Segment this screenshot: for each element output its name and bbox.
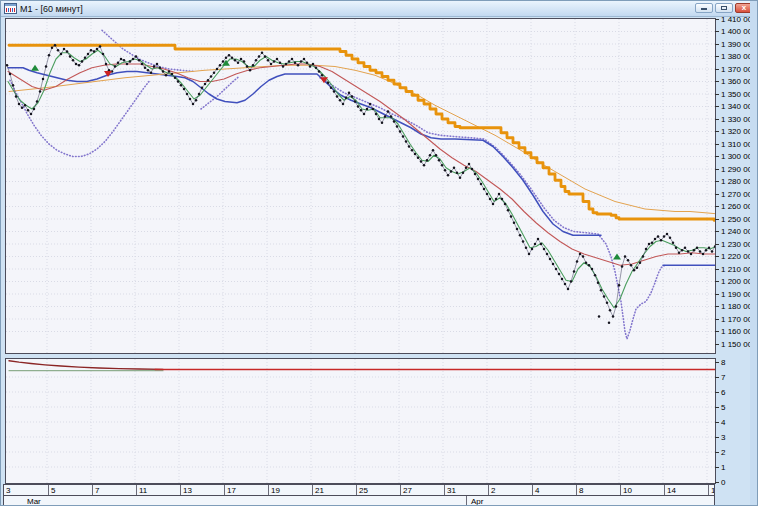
price-dot (384, 115, 387, 118)
main-chart-canvas[interactable] (5, 18, 716, 354)
price-dot (45, 65, 48, 68)
price-dot (54, 44, 57, 47)
main-price-chart[interactable] (5, 18, 716, 354)
series-violet-band-decline-dive (320, 78, 665, 339)
price-dot (213, 72, 216, 75)
price-dot (354, 100, 357, 103)
price-dot (243, 60, 246, 63)
price-dot (366, 108, 369, 111)
indicator-axis-tick (715, 482, 719, 483)
price-dot (135, 55, 138, 58)
price-axis-tick (715, 344, 719, 345)
window-controls: x (695, 3, 753, 13)
indicator-axis-tick (715, 392, 719, 393)
price-dot (6, 64, 9, 67)
price-dot (666, 233, 669, 236)
price-dot (459, 177, 462, 180)
price-dot (414, 153, 417, 156)
price-dot (222, 60, 225, 63)
price-dot (429, 154, 432, 157)
price-dot (552, 263, 555, 266)
date-label: 19 (268, 485, 312, 495)
price-dot (372, 108, 375, 111)
indicator-axis-tick (715, 362, 719, 363)
price-dot (657, 235, 660, 238)
price-dot (540, 243, 543, 246)
indicator-subchart[interactable] (5, 358, 716, 484)
price-dot (183, 88, 186, 91)
price-dot (411, 149, 414, 152)
price-axis-tick (715, 44, 719, 45)
price-dot (669, 237, 672, 240)
price-dot (81, 60, 84, 63)
price-dot (576, 260, 579, 263)
price-dot (360, 109, 363, 112)
price-dot (441, 164, 444, 167)
price-dot (150, 72, 153, 75)
price-axis-tick (715, 19, 719, 20)
price-dot (402, 135, 405, 138)
price-dot (543, 248, 546, 251)
indicator-axis-tick (715, 467, 719, 468)
price-dot (600, 289, 603, 292)
date-label: 31 (444, 485, 488, 495)
sub-chart-canvas[interactable] (5, 358, 716, 484)
price-dot (405, 140, 408, 143)
price-dot (615, 305, 618, 308)
date-label: 2 (488, 485, 532, 495)
price-dot (210, 75, 213, 78)
title-bar[interactable]: M1 - [60 минут] x (1, 1, 758, 17)
price-dot (393, 120, 396, 123)
price-dot (597, 282, 600, 285)
price-dot (654, 238, 657, 241)
price-dot (696, 247, 699, 250)
price-dot (189, 98, 192, 101)
price-axis-tick (715, 231, 719, 232)
price-dot (39, 90, 42, 93)
price-axis-tick (715, 94, 719, 95)
price-dot (138, 59, 141, 62)
series-blue-baseline (8, 68, 601, 236)
price-dot (357, 105, 360, 108)
price-dot (567, 288, 570, 291)
price-dot (132, 58, 135, 61)
price-dot (225, 57, 228, 60)
price-dot (417, 157, 420, 160)
price-dot (120, 58, 123, 61)
price-dot (237, 62, 240, 65)
price-dot (573, 270, 576, 273)
price-dot (438, 159, 441, 162)
minimize-button[interactable] (695, 3, 713, 13)
price-dot (453, 167, 456, 170)
date-label: 21 (312, 485, 356, 495)
chart-window-icon (4, 3, 17, 14)
maximize-button[interactable] (715, 3, 733, 13)
price-dot (204, 83, 207, 86)
price-axis-tick (715, 156, 719, 157)
indicator-axis-tick (715, 452, 719, 453)
indicator-axis-label: 5 (721, 403, 725, 412)
price-dot (639, 262, 642, 265)
price-dot (291, 58, 294, 61)
price-dot (36, 100, 39, 103)
price-dot (588, 264, 591, 267)
price-dot (228, 54, 231, 57)
price-dot (522, 240, 525, 243)
price-dot (258, 55, 261, 58)
price-dot (624, 255, 627, 258)
price-dot (345, 97, 348, 100)
price-dot (30, 113, 33, 116)
price-dot (645, 248, 648, 251)
price-dot (69, 55, 72, 58)
price-dot (18, 103, 21, 106)
price-dot (471, 168, 474, 171)
price-dot (348, 92, 351, 95)
price-dot (66, 50, 69, 53)
price-dot (465, 167, 468, 170)
price-dot (255, 59, 258, 62)
price-dot (96, 48, 99, 51)
price-dot (78, 64, 81, 67)
price-dot (516, 228, 519, 231)
price-dot (570, 280, 573, 283)
price-dot (489, 198, 492, 201)
